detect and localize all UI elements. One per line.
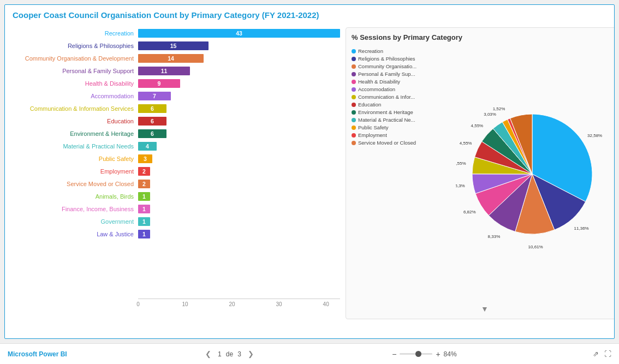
bar-fill: 2 bbox=[138, 180, 150, 188]
bar-fill: 3 bbox=[138, 154, 152, 163]
prev-page-button[interactable]: ❮ bbox=[203, 349, 213, 359]
bar-track: 9 bbox=[138, 79, 340, 88]
pagination: ❮ 1 de 3 ❯ bbox=[203, 349, 256, 359]
bottom-bar: Microsoft Power BI ❮ 1 de 3 ❯ − + 84% ⇗ … bbox=[0, 343, 619, 364]
zoom-slider[interactable] bbox=[400, 353, 432, 355]
legend-item: Recreation bbox=[352, 48, 442, 54]
legend-dot bbox=[352, 64, 356, 69]
bar-track: 43 bbox=[138, 29, 340, 38]
main-container: Cooper Coast Council Organisation Count … bbox=[0, 0, 619, 343]
legend-dot bbox=[352, 126, 356, 130]
pie-label: 1,52% bbox=[492, 106, 505, 111]
bar-label: Community Organisation & Development bbox=[13, 55, 138, 62]
x-axis-tick: 20 bbox=[229, 301, 235, 307]
bar-label: Environment & Heritage bbox=[13, 130, 138, 137]
charts-wrapper: Recreation43Religions & Philosophies15Co… bbox=[13, 27, 606, 319]
legend-item: Personal & Family Sup... bbox=[352, 71, 442, 77]
bar-label: Law & Justice bbox=[13, 231, 138, 237]
legend-item: Religions & Philosophies bbox=[352, 56, 442, 62]
bar-track: 15 bbox=[138, 41, 340, 50]
pie-label: 10,61% bbox=[528, 244, 543, 249]
bar-fill: 6 bbox=[138, 129, 166, 138]
bar-track: 3 bbox=[138, 154, 340, 163]
fullscreen-icon[interactable]: ⛶ bbox=[604, 350, 611, 358]
zoom-thumb bbox=[415, 351, 421, 357]
legend-item: Accommodation bbox=[352, 86, 442, 92]
pie-label: 4,55% bbox=[459, 141, 472, 146]
pie-label: 8,33% bbox=[487, 234, 500, 239]
bar-fill: 1 bbox=[138, 230, 150, 238]
legend-dot bbox=[352, 87, 356, 92]
legend-label: Recreation bbox=[358, 48, 383, 54]
bar-value: 11 bbox=[159, 68, 170, 74]
bar-fill: 1 bbox=[138, 217, 150, 226]
zoom-pct-label: 84% bbox=[444, 350, 457, 358]
bar-fill: 6 bbox=[138, 104, 166, 113]
pie-title: % Sessions by Primary Category bbox=[352, 33, 615, 41]
bar-track: 1 bbox=[138, 192, 340, 201]
legend-label: Education bbox=[358, 102, 381, 108]
zoom-in-button[interactable]: + bbox=[436, 350, 440, 359]
bar-label: Employment bbox=[13, 168, 138, 175]
bar-label: Recreation bbox=[13, 30, 138, 37]
pie-section: % Sessions by Primary Category Recreatio… bbox=[346, 27, 615, 319]
bar-row: Employment2 bbox=[13, 165, 340, 177]
bar-track: 11 bbox=[138, 67, 340, 75]
pie-chart-svg: 32,58%11,36%10,61%8,33%6,82%5,3%4,55%4,5… bbox=[456, 98, 609, 250]
bar-value: 6 bbox=[148, 105, 156, 112]
legend-label: Community Organisatio... bbox=[358, 63, 416, 69]
pie-label: 6,82% bbox=[463, 210, 475, 214]
legend-label: Health & Disability bbox=[358, 79, 400, 85]
chart-container: Cooper Coast Council Organisation Count … bbox=[4, 4, 615, 339]
legend-dot bbox=[352, 141, 356, 145]
bar-fill: 6 bbox=[138, 117, 166, 126]
legend-label: Accommodation bbox=[358, 86, 395, 92]
zoom-out-button[interactable]: − bbox=[392, 350, 396, 359]
legend-item: Community Organisatio... bbox=[352, 63, 442, 69]
bar-value: 7 bbox=[151, 93, 158, 99]
pie-label: 32,58% bbox=[587, 133, 602, 138]
bar-row: Material & Practical Needs4 bbox=[13, 140, 340, 152]
bar-label: Education bbox=[13, 118, 138, 124]
bar-track: 1 bbox=[138, 217, 340, 226]
legend-dot bbox=[352, 49, 356, 53]
pie-label: 5,3% bbox=[456, 183, 465, 188]
powerbi-link[interactable]: Microsoft Power BI bbox=[8, 350, 67, 358]
next-page-button[interactable]: ❯ bbox=[246, 349, 256, 359]
pie-label: 3,03% bbox=[484, 112, 496, 117]
legend-dot bbox=[352, 118, 356, 122]
page-current: 1 bbox=[218, 350, 222, 358]
chart-title: Cooper Coast Council Organisation Count … bbox=[13, 10, 606, 20]
pie-scroll-down-icon[interactable]: ▼ bbox=[481, 305, 489, 313]
legend-item: Service Moved or Closed bbox=[352, 140, 442, 146]
bar-row: Accommodation7 bbox=[13, 90, 340, 102]
bar-row: Community Organisation & Development14 bbox=[13, 52, 340, 64]
share-icon[interactable]: ⇗ bbox=[593, 350, 599, 358]
bar-fill: 2 bbox=[138, 167, 150, 176]
bar-row: Personal & Family Support11 bbox=[13, 65, 340, 77]
legend-label: Communication & Infor... bbox=[358, 94, 415, 100]
bar-value: 14 bbox=[165, 55, 176, 62]
bar-value: 2 bbox=[140, 181, 148, 187]
bar-row: Health & Disability9 bbox=[13, 77, 340, 89]
legend-dot bbox=[352, 95, 356, 99]
x-axis: 010203040 bbox=[138, 299, 340, 308]
legend-label: Public Safety bbox=[358, 124, 388, 130]
legend-dot bbox=[352, 103, 356, 107]
bar-label: Animals, Birds bbox=[13, 193, 138, 200]
bar-row: Recreation43 bbox=[13, 27, 340, 39]
legend-label: Environment & Heritage bbox=[358, 109, 413, 115]
bar-label: Accommodation bbox=[13, 93, 138, 99]
legend-item: Public Safety bbox=[352, 124, 442, 130]
pie-content: RecreationReligions & PhilosophiesCommun… bbox=[352, 46, 615, 302]
bar-track: 6 bbox=[138, 117, 340, 126]
legend-label: Employment bbox=[358, 132, 387, 138]
legend-dot bbox=[352, 72, 356, 76]
x-axis-tick: 40 bbox=[323, 301, 329, 307]
pie-label: 4,55% bbox=[456, 161, 466, 166]
bar-value: 6 bbox=[148, 130, 156, 137]
pie-label: 11,36% bbox=[574, 226, 588, 231]
legend-label: Religions & Philosophies bbox=[358, 56, 415, 62]
bar-label: Personal & Family Support bbox=[13, 68, 138, 74]
bar-value: 15 bbox=[168, 43, 179, 49]
